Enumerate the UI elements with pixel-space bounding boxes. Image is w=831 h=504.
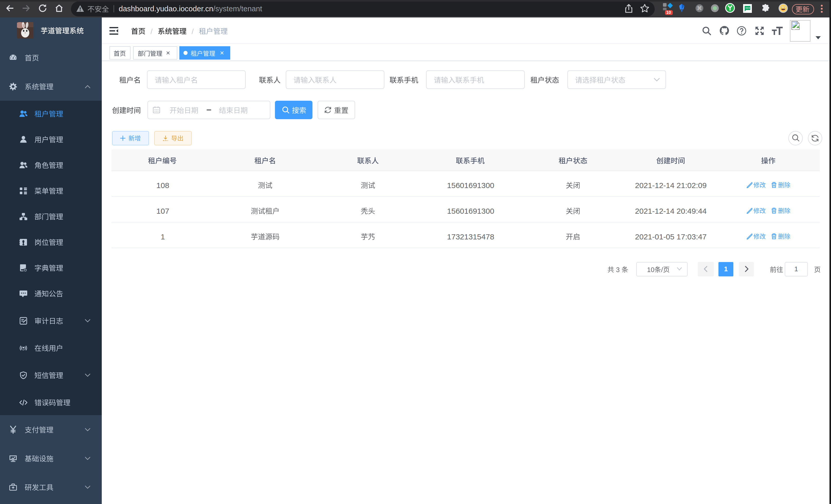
svg-text:⌘: ⌘ (697, 5, 702, 11)
